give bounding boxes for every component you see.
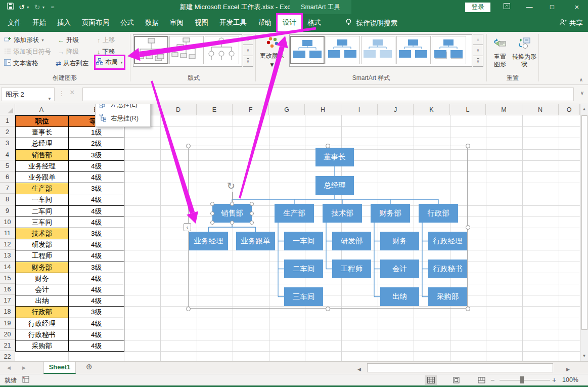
cell-A6[interactable]: 业务跟单 xyxy=(15,171,69,183)
org-node-技术部[interactable]: 技术部 xyxy=(323,204,362,223)
formula-input[interactable] xyxy=(82,88,574,101)
vertical-scroll-thumb[interactable] xyxy=(581,115,587,330)
row-header-21[interactable]: 21 xyxy=(0,340,15,351)
node-handle[interactable] xyxy=(210,221,214,225)
cell-A21[interactable]: 采购部 xyxy=(15,340,69,352)
cell-B5[interactable]: 4级 xyxy=(68,160,124,172)
share-button[interactable]: 共享 xyxy=(559,14,583,32)
row-header-1[interactable]: 1 xyxy=(0,115,15,126)
row-header-17[interactable]: 17 xyxy=(0,295,15,306)
scroll-up-icon[interactable]: ▲ xyxy=(580,107,588,111)
collapse-ribbon-icon[interactable]: ∧ xyxy=(579,77,583,82)
tab-开发工具[interactable]: 开发工具 xyxy=(214,14,252,32)
cell-B19[interactable]: 4级 xyxy=(68,318,124,329)
cell-A12[interactable]: 研发部 xyxy=(15,239,69,250)
promote-button[interactable]: ← 升级 xyxy=(57,34,80,46)
row-header-6[interactable]: 6 xyxy=(0,171,15,183)
horizontal-scroll-thumb[interactable] xyxy=(367,363,553,372)
tab-格式[interactable]: 格式 xyxy=(302,14,327,32)
node-handle[interactable] xyxy=(250,211,254,216)
cell-B6[interactable]: 4级 xyxy=(68,171,124,183)
row-header-3[interactable]: 3 xyxy=(0,138,15,149)
vertical-scrollbar[interactable]: ▲ ▼ xyxy=(580,104,588,361)
column-header-J[interactable]: J xyxy=(378,104,414,115)
column-header-L[interactable]: L xyxy=(450,104,486,115)
column-header-E[interactable]: E xyxy=(197,104,233,115)
text-pane-toggle-tag[interactable]: ‹ xyxy=(184,223,191,231)
cell-A3[interactable]: 总经理 xyxy=(15,138,69,149)
cell-A19[interactable]: 行政经理 xyxy=(15,318,69,329)
zoom-slider-track[interactable] xyxy=(500,380,550,380)
row-header-13[interactable]: 13 xyxy=(0,250,15,261)
row-header-22[interactable]: 22 xyxy=(0,351,15,361)
macro-record-icon[interactable] xyxy=(22,376,29,384)
layout-button[interactable]: 布局▼ xyxy=(95,56,124,69)
org-node-二车间[interactable]: 二车间 xyxy=(284,260,323,278)
frame-handle[interactable] xyxy=(466,307,470,311)
frame-handle[interactable] xyxy=(186,307,191,311)
cell-B7[interactable]: 3级 xyxy=(68,183,124,194)
column-header-D[interactable]: D xyxy=(160,104,197,115)
cell-A14[interactable]: 财务部 xyxy=(15,262,69,273)
org-node-会计[interactable]: 会计 xyxy=(380,260,419,278)
zoom-out-icon[interactable]: − xyxy=(490,376,494,384)
frame-handle[interactable] xyxy=(326,144,330,148)
column-header-I[interactable]: I xyxy=(341,104,378,115)
org-node-出纳[interactable]: 出纳 xyxy=(380,287,419,306)
tab-开始[interactable]: 开始 xyxy=(27,14,52,32)
name-box-dropdown-icon[interactable]: ▼ xyxy=(48,93,52,105)
org-node-三车间[interactable]: 三车间 xyxy=(284,287,323,306)
cell-A17[interactable]: 出纳 xyxy=(15,295,69,307)
minimize-button[interactable]: — xyxy=(521,0,538,14)
row-header-20[interactable]: 20 xyxy=(0,329,15,340)
zoom-level[interactable]: 100% xyxy=(562,376,578,383)
cell-A1[interactable]: 职位 xyxy=(15,115,69,127)
tab-帮助[interactable]: 帮助 xyxy=(252,14,277,32)
cell-A13[interactable]: 工程师 xyxy=(15,250,69,262)
tab-视图[interactable]: 视图 xyxy=(189,14,214,32)
layout-thumbnail-1[interactable] xyxy=(134,36,168,64)
row-header-9[interactable]: 9 xyxy=(0,205,15,217)
reset-graphic-button[interactable]: 重置图形 xyxy=(488,34,512,79)
normal-view-button[interactable] xyxy=(425,375,437,385)
close-button[interactable]: × xyxy=(568,0,585,14)
node-handle[interactable] xyxy=(230,221,234,225)
cell-B11[interactable]: 3级 xyxy=(68,228,124,239)
smartart-frame[interactable] xyxy=(188,146,468,309)
column-header-F[interactable]: F xyxy=(233,104,269,115)
org-node-财务[interactable]: 财务 xyxy=(380,232,419,250)
row-header-5[interactable]: 5 xyxy=(0,160,15,171)
gallery-up-icon[interactable]: ∧ xyxy=(473,34,483,45)
org-node-业务跟单[interactable]: 业务跟单 xyxy=(236,232,275,250)
column-header-G[interactable]: G xyxy=(269,104,305,115)
org-node-采购部[interactable]: 采购部 xyxy=(428,287,467,306)
org-node-生产部[interactable]: 生产部 xyxy=(275,204,314,223)
smartart-style-thumbnail-1[interactable] xyxy=(290,36,325,64)
tab-插入[interactable]: 插入 xyxy=(52,14,76,32)
frame-handle[interactable] xyxy=(466,225,470,230)
smartart-style-thumbnail-5[interactable] xyxy=(432,36,466,64)
cell-B9[interactable]: 4级 xyxy=(68,205,124,217)
tab-审阅[interactable]: 审阅 xyxy=(164,14,189,32)
row-header-18[interactable]: 18 xyxy=(0,306,15,317)
layout-thumbnail-2[interactable] xyxy=(169,36,204,64)
frame-handle[interactable] xyxy=(466,144,470,148)
tab-数据[interactable]: 数据 xyxy=(140,14,164,32)
zoom-slider-thumb[interactable] xyxy=(520,376,524,383)
cell-A11[interactable]: 技术部 xyxy=(15,228,69,239)
cell-A8[interactable]: 一车间 xyxy=(15,194,69,205)
row-header-14[interactable]: 14 xyxy=(0,262,15,273)
formula-bar-expand-icon[interactable]: ∨ xyxy=(580,90,584,96)
cell-A7[interactable]: 生产部 xyxy=(15,183,69,194)
row-header-4[interactable]: 4 xyxy=(0,149,15,160)
maximize-button[interactable]: □ xyxy=(544,0,561,14)
org-node-行政经理[interactable]: 行政经理 xyxy=(428,232,467,250)
row-header-2[interactable]: 2 xyxy=(0,126,15,138)
gallery-more-icon[interactable]: ∨ xyxy=(473,56,483,67)
cell-A15[interactable]: 财务 xyxy=(15,273,69,284)
org-node-研发部[interactable]: 研发部 xyxy=(332,232,371,250)
cell-A4[interactable]: 销售部 xyxy=(15,149,69,161)
cell-B13[interactable]: 4级 xyxy=(68,250,124,262)
right-to-left-button[interactable]: ⇄ 从右到左 xyxy=(55,58,89,69)
row-header-15[interactable]: 15 xyxy=(0,273,15,284)
